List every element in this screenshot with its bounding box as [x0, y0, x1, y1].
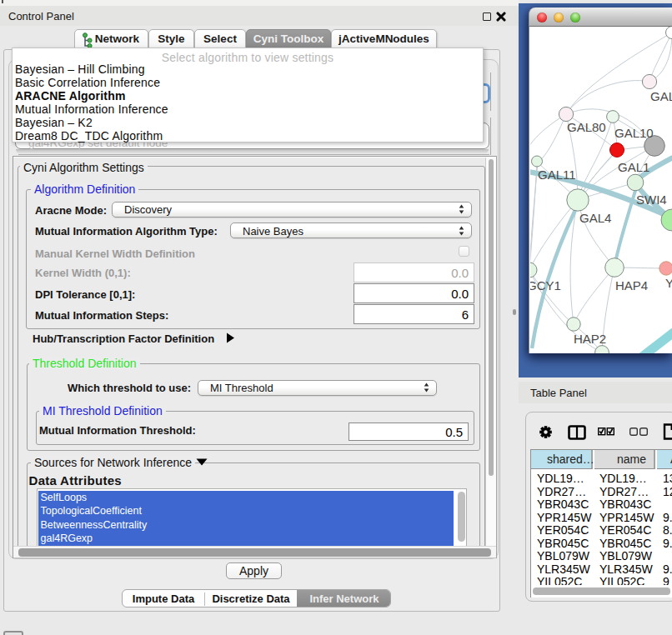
svg-text:HAP4: HAP4 — [615, 278, 648, 292]
svg-text:GAL10: GAL10 — [614, 126, 654, 140]
svg-text:SWI4: SWI4 — [636, 192, 667, 207]
svg-text:GAL7: GAL7 — [650, 89, 672, 103]
svg-text:GCY1: GCY1 — [530, 278, 561, 292]
svg-text:GAL1: GAL1 — [618, 160, 649, 174]
svg-text:GAL4: GAL4 — [579, 211, 611, 225]
svg-text:GAL80: GAL80 — [567, 120, 606, 134]
svg-text:GAL11: GAL11 — [538, 168, 576, 182]
svg-text:HAP2: HAP2 — [574, 332, 606, 346]
svg-text:Y: Y — [665, 276, 672, 290]
